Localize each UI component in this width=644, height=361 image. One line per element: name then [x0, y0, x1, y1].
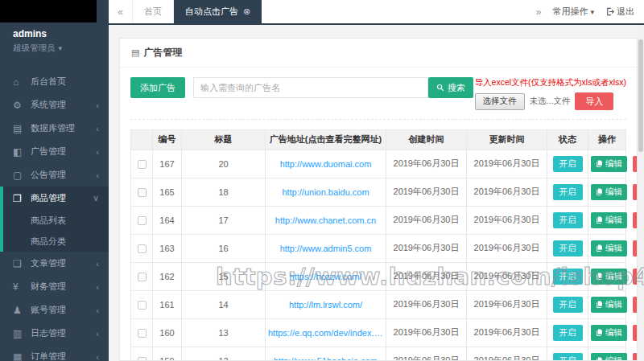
sidebar-item-label: 订单管理 [31, 351, 96, 361]
cell-updated: 2019年06月30日 [467, 347, 547, 361]
sidebar-item-database[interactable]: ▤ 数据库管理 ‹ [0, 117, 109, 140]
search-icon [436, 84, 444, 92]
row-checkbox[interactable] [138, 216, 147, 225]
ad-url-link[interactable]: https://hczzw.com/ [268, 272, 383, 281]
ad-url-link[interactable]: https://e.qq.com/dev/index.html [268, 328, 383, 338]
cell-created: 2019年06月30日 [386, 234, 467, 262]
sidebar-item-ads[interactable]: ◧ 广告管理 ‹ [0, 140, 109, 163]
import-row: 选择文件 未选...文件 导入 [475, 92, 626, 110]
tab-bar: « 首页 自动点击广告 ⊗ » 常用操作 ▾ 退出 [109, 0, 644, 25]
edit-icon [596, 244, 603, 252]
sidebar-item-article[interactable]: ❏ 文章管理 ‹ [0, 252, 109, 275]
sidebar-item-label: 日志管理 [31, 327, 96, 339]
cell-title: 20 [182, 150, 266, 178]
edit-button[interactable]: 编辑 [591, 269, 627, 285]
tabbar-right: » 常用操作 ▾ 退出 [536, 0, 644, 23]
status-badge[interactable]: 开启 [553, 297, 583, 313]
cell-updated: 2019年06月30日 [467, 262, 547, 290]
status-badge[interactable]: 开启 [553, 156, 583, 172]
row-checkbox[interactable] [138, 244, 147, 253]
table-header-row: 编号 标题 广告地址(点击查看完整网址) 创建时间 更新时间 状态 操作 [131, 130, 626, 150]
status-badge[interactable]: 开启 [553, 353, 583, 361]
table-row: 163 16 http://www.admin5.com 2019年06月30日… [131, 234, 626, 262]
edit-button[interactable]: 编辑 [591, 353, 627, 361]
cell-updated: 2019年06月30日 [467, 206, 547, 234]
logout-icon [605, 7, 614, 16]
row-checkbox[interactable] [138, 160, 147, 169]
search-button[interactable]: 搜索 [428, 77, 473, 98]
finance-icon: ¥ [13, 281, 26, 293]
row-checkbox[interactable] [138, 188, 147, 197]
status-badge[interactable]: 开启 [553, 325, 583, 341]
row-checkbox[interactable] [138, 301, 147, 310]
user-role-dropdown[interactable]: 超级管理员▾ [13, 43, 101, 54]
sidebar-item-home[interactable]: ⌂ 后台首页 [0, 70, 109, 93]
cell-id: 159 [153, 347, 182, 361]
cell-title: 17 [182, 206, 266, 234]
edit-button[interactable]: 编辑 [591, 156, 627, 172]
tab-auto-click-ads[interactable]: 自动点击广告 ⊗ [174, 0, 262, 23]
tabs-scroll-left-icon[interactable]: « [109, 0, 133, 23]
gear-icon: ⚙ [13, 100, 26, 111]
status-badge[interactable]: 开启 [553, 212, 583, 228]
sidebar-item-system[interactable]: ⚙ 系统管理 ‹ [0, 93, 109, 117]
add-ad-button[interactable]: 添加广告 [130, 77, 185, 98]
sidebar-item-account[interactable]: ♟ 账号管理 ‹ [0, 298, 109, 322]
row-checkbox[interactable] [138, 329, 147, 338]
list-icon: ▤ [131, 47, 139, 58]
ad-url-link[interactable]: http://www.duomai.com [268, 159, 383, 169]
ad-url-link[interactable]: http://union.baidu.com [268, 187, 383, 197]
edit-button[interactable]: 编辑 [591, 325, 627, 341]
notice-icon: ▢ [13, 170, 26, 181]
edit-icon [596, 329, 603, 336]
row-checkbox[interactable] [138, 273, 147, 281]
table-row: 159 12 http://www.51baobeio.com 2019年06月… [131, 347, 626, 361]
row-checkbox[interactable] [138, 357, 147, 361]
cell-id: 161 [153, 290, 182, 318]
edit-button[interactable]: 编辑 [591, 184, 627, 200]
edit-button[interactable]: 编辑 [591, 212, 627, 228]
cell-updated: 2019年06月30日 [467, 290, 547, 318]
ad-url-link[interactable]: http://www.chanet.com.cn [268, 215, 383, 225]
cell-created: 2019年06月30日 [386, 178, 467, 206]
tab-home[interactable]: 首页 [133, 0, 174, 23]
ad-url-link[interactable]: http://lm.lrswl.com/ [268, 300, 383, 310]
status-badge[interactable]: 开启 [553, 240, 583, 256]
goods-icon: ❐ [13, 193, 26, 204]
cell-id: 167 [153, 150, 182, 178]
chevron-left-icon: ‹ [96, 101, 99, 110]
close-icon[interactable]: ⊗ [243, 6, 250, 17]
cell-updated: 2019年06月30日 [467, 318, 547, 347]
ad-url-link[interactable]: http://www.51baobeio.com [268, 356, 383, 361]
sidebar-subitem-goods-category[interactable]: 商品分类 [3, 231, 109, 252]
ads-table: 编号 标题 广告地址(点击查看完整网址) 创建时间 更新时间 状态 操作 167… [130, 129, 626, 361]
sidebar-item-notice[interactable]: ▢ 公告管理 ‹ [0, 163, 109, 187]
sidebar-item-finance[interactable]: ¥ 财务管理 ‹ [0, 275, 109, 298]
choose-file-button[interactable]: 选择文件 [475, 93, 525, 110]
edit-button[interactable]: 编辑 [591, 297, 627, 313]
sidebar-subitem-goods-list[interactable]: 商品列表 [3, 210, 109, 231]
sidebar-menu: ⌂ 后台首页 ⚙ 系统管理 ‹ ▤ 数据库管理 ‹ ◧ 广告管理 ‹ ▢ 公告管… [0, 70, 109, 361]
sidebar-item-goods[interactable]: ❐ 商品管理 ∨ [3, 187, 109, 210]
quick-actions-dropdown[interactable]: 常用操作 ▾ [552, 6, 594, 18]
sidebar: admins 超级管理员▾ ⌂ 后台首页 ⚙ 系统管理 ‹ ▤ 数据库管理 ‹ … [0, 0, 109, 361]
table-row: 162 15 https://hczzw.com/ 2019年06月30日 20… [131, 262, 626, 290]
cell-id: 164 [153, 206, 182, 234]
edit-button[interactable]: 编辑 [591, 240, 627, 256]
sidebar-item-label: 商品管理 [31, 192, 93, 204]
status-badge[interactable]: 开启 [553, 269, 583, 285]
search-input[interactable] [193, 77, 428, 98]
tabs-scroll-right-icon[interactable]: » [536, 6, 542, 18]
sidebar-item-order[interactable]: ▦ 订单管理 ‹ [0, 345, 109, 361]
logout-button[interactable]: 退出 [605, 6, 634, 18]
article-icon: ❏ [13, 258, 26, 269]
status-badge[interactable]: 开启 [553, 184, 583, 200]
import-button[interactable]: 导入 [575, 92, 613, 110]
dashed-divider [130, 119, 626, 120]
file-status-text: 未选...文件 [530, 96, 571, 107]
edit-icon [596, 301, 603, 308]
sidebar-item-log[interactable]: ▥ 日志管理 ‹ [0, 322, 109, 345]
ad-url-link[interactable]: http://www.admin5.com [268, 244, 383, 253]
cell-id: 160 [153, 318, 182, 347]
scrollbar-thumb[interactable] [638, 39, 643, 152]
